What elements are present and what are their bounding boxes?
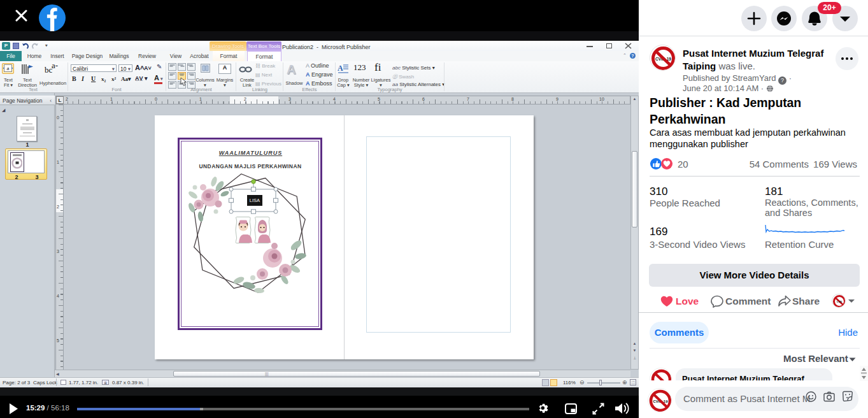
svg-text:A: A <box>338 64 343 73</box>
svg-text:a: a <box>7 65 10 71</box>
svg-text:CVD: CVD <box>837 300 843 303</box>
